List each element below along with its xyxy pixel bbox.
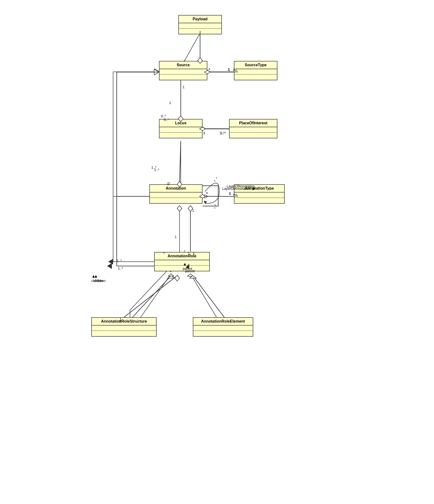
lbl-star-source-st: * bbox=[209, 68, 210, 72]
class-annotation-section2 bbox=[150, 198, 202, 203]
svg-marker-27 bbox=[168, 274, 174, 276]
lbl-children-area: ▲ children bbox=[91, 274, 103, 283]
svg-line-26 bbox=[137, 274, 171, 322]
class-source: Source bbox=[159, 61, 207, 80]
class-annotationroleelement: AnnotationRoleElement bbox=[193, 317, 253, 337]
class-sourcetype: SourceType bbox=[234, 61, 278, 80]
class-annotationtype-section2 bbox=[234, 198, 284, 203]
class-annotationrolestructure-header: AnnotationRoleStructure bbox=[92, 318, 156, 325]
children-text: children bbox=[91, 279, 103, 283]
svg-marker-29 bbox=[188, 274, 193, 276]
svg-line-0 bbox=[184, 33, 200, 61]
svg-marker-33 bbox=[155, 69, 159, 74]
class-annotationroleelement-header: AnnotationRoleElement bbox=[193, 318, 253, 325]
class-annotationrole: AnnotationRole bbox=[154, 252, 210, 271]
mult-ann-role-2: * bbox=[163, 252, 165, 255]
children-filled-triangle: ▲ bbox=[91, 274, 103, 279]
svg-marker-25 bbox=[108, 259, 113, 265]
class-annotationrolestructure-section1 bbox=[92, 325, 156, 331]
class-annotationroleelement-section1 bbox=[193, 325, 253, 331]
svg-line-60 bbox=[132, 276, 171, 317]
lbl-parent-area: ▲ parent bbox=[183, 262, 192, 271]
lbl-1-structure: 1 bbox=[120, 317, 122, 321]
class-placeofinterest-section1 bbox=[230, 127, 277, 133]
svg-line-31 bbox=[130, 267, 171, 310]
mult-parent: 1 bbox=[188, 252, 190, 255]
svg-line-28 bbox=[191, 274, 219, 322]
svg-marker-63 bbox=[190, 276, 196, 278]
svg-marker-13 bbox=[204, 201, 207, 204]
lbl-star-self-inner: * bbox=[214, 207, 215, 210]
mult-source-locus-2: 0..* bbox=[164, 118, 169, 122]
lbl-1-ann-bottom: 1 bbox=[192, 208, 194, 212]
layer-text: LayerOfAnnotation bbox=[222, 187, 251, 190]
class-annotationrolestructure: AnnotationRoleStructure bbox=[91, 317, 156, 337]
connections-svg bbox=[84, 10, 350, 494]
class-annotationrolestructure-section2 bbox=[92, 331, 156, 336]
class-annotationrole-section2 bbox=[155, 266, 209, 271]
lbl-1-st-side: 1 bbox=[228, 68, 230, 72]
svg-line-46 bbox=[180, 142, 181, 181]
lbl-1star-children: 1..* bbox=[118, 267, 123, 270]
class-source-section2 bbox=[159, 74, 207, 80]
lbl-star-role-top: * bbox=[184, 250, 185, 253]
class-annotationroleelement-section2 bbox=[193, 331, 253, 336]
class-payload-section1 bbox=[179, 23, 221, 28]
lbl-1star-locus-ann: 1..* bbox=[154, 168, 159, 172]
class-source-section1 bbox=[159, 69, 207, 74]
lbl-1star-poi-side: 1..* bbox=[221, 131, 226, 135]
class-placeofinterest: PlaceOfInterest bbox=[229, 119, 278, 138]
layer-filled-arrow: ▶ bbox=[252, 187, 255, 190]
class-sourcetype-section1 bbox=[234, 69, 277, 74]
svg-line-64 bbox=[124, 276, 177, 317]
lbl-star-self-outer: * bbox=[214, 180, 215, 183]
class-placeofinterest-section2 bbox=[230, 133, 277, 138]
lbl-1-locus-poi: 1 bbox=[203, 131, 205, 135]
svg-marker-20 bbox=[177, 206, 182, 211]
class-locus-section2 bbox=[159, 133, 202, 138]
svg-marker-61 bbox=[168, 276, 174, 278]
class-annotationrole-header: AnnotationRole bbox=[155, 252, 209, 260]
class-annotation-header: Annotation bbox=[150, 185, 202, 192]
diagram-connections bbox=[84, 10, 350, 397]
class-payload-header: Payload bbox=[179, 16, 221, 23]
mult-children: 1..* bbox=[117, 259, 122, 263]
lbl-1-role-side: 1 bbox=[193, 251, 195, 255]
class-annotationtype-section1 bbox=[234, 192, 284, 198]
parent-filled-triangle: ▲ bbox=[183, 262, 192, 267]
class-locus: Locus bbox=[159, 119, 202, 138]
class-placeofinterest-header: PlaceOfInterest bbox=[230, 119, 277, 127]
lbl-1-at-side: 1 bbox=[229, 191, 231, 195]
mult-ann-self-outer: * bbox=[216, 177, 217, 180]
class-source-header: Source bbox=[159, 62, 207, 69]
lbl-star-ann-at: * bbox=[207, 191, 208, 195]
mult-source-locus-1: 1 bbox=[169, 101, 171, 105]
class-payload: Payload bbox=[178, 15, 222, 34]
lbl-0star-locus-side: 0..* bbox=[161, 114, 166, 118]
mult-ann-role-1: 1 bbox=[175, 235, 177, 239]
class-annotationrole-section1 bbox=[155, 260, 209, 266]
lbl-layerofannotation: LayerOfAnnotation ▶ bbox=[222, 186, 255, 191]
uml-diagram: Payload Source SourceType Locus PlaceOfI… bbox=[84, 10, 350, 494]
class-annotation: Annotation bbox=[149, 184, 202, 204]
svg-line-62 bbox=[193, 276, 224, 317]
class-annotation-section1 bbox=[150, 192, 202, 198]
parent-text: parent bbox=[183, 267, 192, 271]
class-payload-section2 bbox=[179, 28, 221, 34]
svg-marker-59 bbox=[107, 263, 112, 269]
class-sourcetype-header: SourceType bbox=[234, 62, 277, 69]
class-sourcetype-section2 bbox=[234, 74, 277, 80]
class-locus-section1 bbox=[159, 127, 202, 133]
lbl-1-ann-top: 1 bbox=[168, 181, 170, 185]
lbl-1-source-side: 1 bbox=[183, 85, 185, 89]
svg-marker-41 bbox=[154, 69, 159, 75]
svg-marker-65 bbox=[175, 275, 180, 281]
